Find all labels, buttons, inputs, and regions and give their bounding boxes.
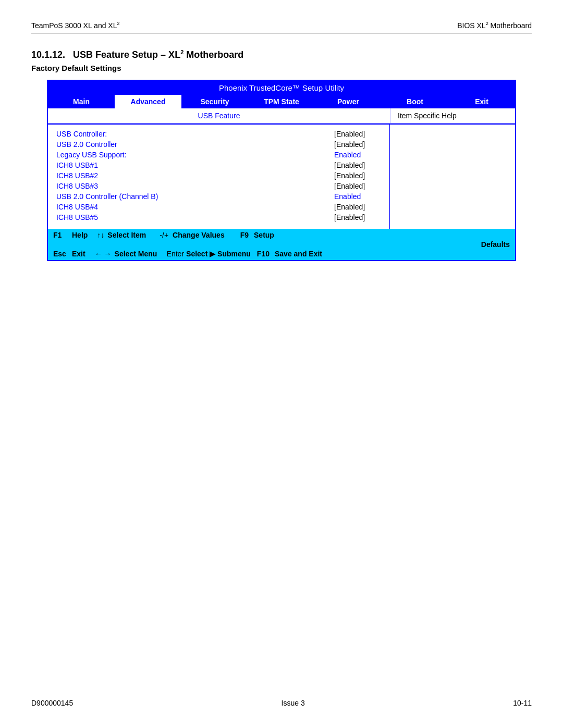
header-right-text: BIOS XL: [457, 21, 485, 30]
item-label-4: ICH8 USB#2: [56, 171, 98, 180]
header-right: BIOS XL2 Motherboard: [457, 21, 532, 30]
key-f10-action: Save and Exit: [275, 250, 322, 258]
bios-left-panel: USB Controller: [Enabled] USB 2.0 Contro…: [48, 125, 390, 229]
item-label-0: USB Controller:: [56, 130, 107, 138]
nav-item-power[interactable]: Power: [315, 95, 382, 108]
header-left-text: TeamPoS 3000 XL and XL: [31, 21, 117, 30]
key-select-item: Select Item: [107, 231, 154, 239]
item-value-8: [Enabled]: [334, 213, 381, 221]
item-label-6: USB 2.0 Controller (Channel B): [56, 192, 158, 201]
key-arrows-updown: ↑↓: [97, 231, 104, 239]
bios-nav: Main Advanced Security TPM State Power B…: [48, 95, 515, 108]
nav-item-boot[interactable]: Boot: [382, 95, 448, 108]
item-value-2: Enabled: [334, 151, 381, 159]
nav-item-exit[interactable]: Exit: [448, 95, 515, 108]
bios-title-text: Phoenix TrustedCore™ Setup Utility: [219, 83, 344, 92]
separator-2: Enter: [167, 250, 184, 258]
list-item: ICH8 USB#1 [Enabled]: [56, 161, 381, 169]
bios-statusbar: F1 Help ↑↓ Select Item -/+ Change Values…: [48, 229, 515, 260]
list-item: ICH8 USB#3 [Enabled]: [56, 182, 381, 190]
list-item: USB 2.0 Controller [Enabled]: [56, 140, 381, 149]
key-esc: Esc: [53, 250, 72, 258]
page-footer: D900000145 Issue 3 10-11: [31, 699, 532, 707]
key-f1-desc: Help: [72, 231, 88, 239]
nav-item-main[interactable]: Main: [48, 95, 115, 108]
item-label-1: USB 2.0 Controller: [56, 140, 117, 149]
statusbar-row1: F1 Help ↑↓ Select Item -/+ Change Values…: [53, 231, 510, 239]
footer-center: Issue 3: [282, 699, 305, 707]
key-select-menu: Select Menu: [115, 250, 162, 258]
bios-items-list: USB Controller: [Enabled] USB 2.0 Contro…: [56, 130, 381, 221]
item-value-6: Enabled: [334, 192, 381, 201]
header-right-suffix: Motherboard: [488, 21, 532, 30]
key-f9-action: Setup: [254, 231, 274, 239]
key-change-values: Change Values: [173, 231, 225, 239]
key-f1: F1: [53, 231, 72, 239]
header-left-sup: 2: [117, 21, 120, 26]
key-f10: F10: [257, 250, 270, 258]
item-value-0: [Enabled]: [334, 130, 381, 138]
item-label-7: ICH8 USB#4: [56, 203, 98, 211]
section-number: 10.1.12.: [31, 50, 65, 60]
bios-title-bar: Phoenix TrustedCore™ Setup Utility: [48, 81, 515, 95]
item-value-7: [Enabled]: [334, 203, 381, 211]
section-heading: 10.1.12. USB Feature Setup – XL2 Motherb…: [31, 49, 532, 60]
bios-subheader-left-text: USB Feature: [198, 112, 240, 120]
section-title-suffix: Motherboard: [183, 50, 243, 60]
subsection-heading: Factory Default Settings: [31, 64, 532, 72]
key-defaults-label: Defaults: [481, 240, 510, 249]
list-item: USB 2.0 Controller (Channel B) Enabled: [56, 192, 381, 201]
bios-subheader-left: USB Feature: [48, 108, 390, 123]
item-value-4: [Enabled]: [334, 171, 381, 180]
list-item: Legacy USB Support: Enabled: [56, 151, 381, 159]
page-header: TeamPoS 3000 XL and XL2 BIOS XL2 Motherb…: [31, 21, 532, 33]
nav-item-security[interactable]: Security: [181, 95, 248, 108]
bios-right-panel: [390, 125, 515, 229]
item-label-3: ICH8 USB#1: [56, 161, 98, 169]
statusbar-row1b: Defaults: [53, 240, 510, 249]
page-container: TeamPoS 3000 XL and XL2 BIOS XL2 Motherb…: [0, 0, 563, 728]
key-arrows-lr: ← →: [95, 250, 112, 258]
section-title: USB Feature Setup – XL: [73, 50, 180, 60]
item-label-5: ICH8 USB#3: [56, 182, 98, 190]
section-subtitle: Factory Default Settings: [31, 64, 121, 72]
nav-item-advanced[interactable]: Advanced: [115, 95, 181, 108]
list-item: ICH8 USB#5 [Enabled]: [56, 213, 381, 221]
footer-left: D900000145: [31, 699, 73, 707]
separator-1: -/+: [160, 231, 168, 239]
footer-right: 10-11: [513, 699, 532, 707]
item-value-5: [Enabled]: [334, 182, 381, 190]
bios-subheader-right: Item Specific Help: [390, 108, 515, 123]
list-item: USB Controller: [Enabled]: [56, 130, 381, 138]
item-value-3: [Enabled]: [334, 161, 381, 169]
list-item: ICH8 USB#4 [Enabled]: [56, 203, 381, 211]
bios-content: USB Controller: [Enabled] USB 2.0 Contro…: [48, 124, 515, 229]
bios-ui: Phoenix TrustedCore™ Setup Utility Main …: [47, 80, 516, 261]
statusbar-row2: Esc Exit ← → Select Menu Enter Select ▶ …: [53, 250, 510, 258]
key-f9: F9: [240, 231, 249, 239]
item-label-8: ICH8 USB#5: [56, 213, 98, 221]
bios-subheader-right-text: Item Specific Help: [398, 112, 457, 120]
item-value-1: [Enabled]: [334, 140, 381, 149]
list-item: ICH8 USB#2 [Enabled]: [56, 171, 381, 180]
header-left: TeamPoS 3000 XL and XL2: [31, 21, 120, 30]
key-select-submenu: Select ▶ Submenu: [186, 250, 251, 258]
nav-item-tpmstate[interactable]: TPM State: [248, 95, 315, 108]
item-label-2: Legacy USB Support:: [56, 151, 127, 159]
key-esc-desc: Exit: [72, 250, 85, 258]
